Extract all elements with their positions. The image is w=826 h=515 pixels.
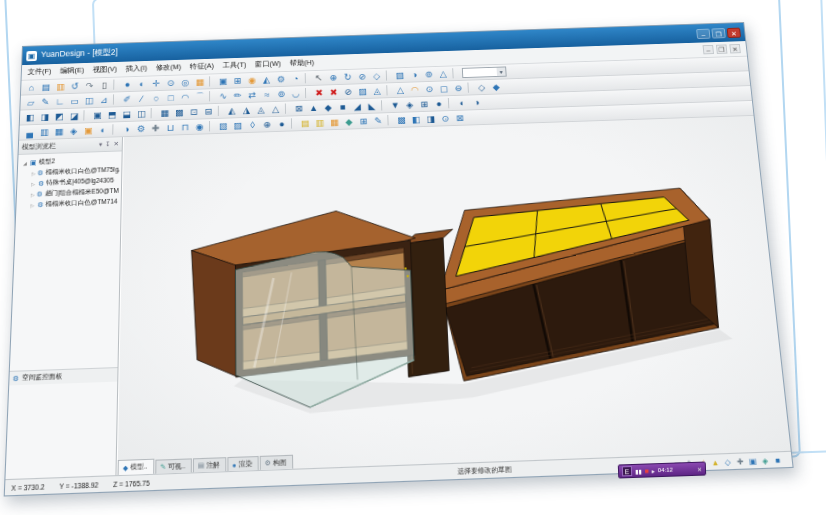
toolbar-icon[interactable]: ◉ [245,74,260,86]
menu-item[interactable]: 特征(A) [190,61,214,71]
pause-button[interactable]: ▮▮ [635,467,642,474]
toolbar-icon[interactable]: ▦ [157,106,172,119]
toolbar-icon[interactable]: ◇ [369,70,384,82]
toolbar-icon[interactable]: ▢ [436,82,451,95]
toolbar-icon[interactable]: ▱ [23,96,38,109]
toolbar-icon[interactable]: ↻ [340,71,355,83]
menu-item[interactable]: 文件(F) [27,67,51,77]
toolbar-icon[interactable]: ◣ [364,99,379,112]
toolbar-icon[interactable]: ⊖ [451,82,466,95]
toolbar-icon[interactable]: ▄ [22,126,37,139]
toolbar-icon[interactable]: ◧ [409,113,424,126]
toolbar-icon[interactable]: ⊘ [341,85,356,98]
toolbar-icon[interactable]: △ [268,103,283,116]
toolbar-icon[interactable]: ◭ [225,104,240,117]
toolbar-icon[interactable]: ▣ [746,454,759,468]
toolbar-icon[interactable]: ▣ [216,75,231,88]
mdi-restore-button[interactable]: ❐ [716,44,727,53]
mdi-minimize-button[interactable]: – [703,45,714,54]
play-button[interactable]: ▸ [652,467,655,474]
toolbar-icon[interactable]: ⊞ [230,74,245,86]
toolbar-icon[interactable]: ■ [771,453,784,467]
menu-item[interactable]: 帮助(H) [290,58,315,68]
toolbar-icon[interactable]: ⊞ [356,115,371,128]
toolbar-icon[interactable]: ✎ [371,114,386,127]
toolbar-icon[interactable]: ◈ [759,453,772,467]
document-tab[interactable]: ● 渲染 [227,456,258,471]
toolbar-icon[interactable]: ◑ [469,96,484,109]
toolbar-icon[interactable]: ⊿ [96,94,111,107]
toolbar-icon[interactable]: ▣ [81,124,96,137]
expander-icon[interactable]: ◢ [23,160,28,166]
expander-icon[interactable]: ▷ [30,202,35,208]
expander-icon[interactable]: ▷ [31,181,36,187]
toolbar-icon[interactable]: ■ [335,100,350,113]
toolbar-icon[interactable]: ⊕ [326,71,341,83]
toolbar-icon[interactable]: ⊞ [417,98,432,111]
menu-item[interactable]: 工具(T) [223,60,247,70]
document-tab[interactable]: ✎ 可视.. [155,458,192,473]
toolbar-icon[interactable]: ▯ [97,79,112,92]
toolbar-icon[interactable]: ✎ [38,95,53,108]
toolbar-icon[interactable]: ✛ [149,77,164,90]
toolbar-icon[interactable]: ◐ [96,123,111,136]
toolbar-icon[interactable]: ◠ [407,83,422,96]
toolbar-icon[interactable]: ⌂ [24,81,39,94]
toolbar-icon[interactable]: ◆ [342,115,357,128]
close-icon[interactable]: ✕ [697,465,702,472]
toolbar-icon[interactable]: ▦ [327,116,342,129]
toolbar-icon[interactable]: ▼ [388,99,403,112]
toolbar-icon[interactable]: ● [274,117,289,130]
toolbar-icon[interactable]: ◈ [402,98,417,111]
toolbar-icon[interactable]: ⊠ [452,111,467,124]
toolbar-icon[interactable]: ▩ [394,113,409,126]
toolbar-icon[interactable]: ✖ [326,86,341,99]
toolbar-icon[interactable]: ◧ [23,111,38,124]
toolbar-icon[interactable]: ⊓ [178,121,193,134]
toolbar-icon[interactable]: ◨ [37,110,52,123]
toolbar-icon[interactable]: ◊ [245,118,260,131]
toolbar-icon[interactable]: ◔ [288,72,303,84]
toolbar-icon[interactable]: ▨ [231,119,246,132]
toolbar-icon[interactable]: ∕ [134,92,149,105]
toolbar-icon[interactable]: ▥ [37,125,52,138]
toolbar-icon[interactable]: ✐ [120,93,135,106]
toolbar-icon[interactable]: ✏ [230,89,245,102]
toolbar-icon[interactable]: ▥ [312,116,327,129]
toolbar-icon[interactable]: ◉ [192,120,207,133]
toolbar-icon[interactable]: ● [120,78,135,91]
toolbar-icon[interactable]: ○ [149,92,164,105]
chevron-down-icon[interactable]: ▾ [497,67,506,76]
toolbar-icon[interactable]: ✚ [148,122,163,135]
mdi-close-button[interactable]: ✕ [729,44,741,53]
toolbar-icon[interactable]: ◡ [289,87,304,100]
toolbar-icon[interactable]: ▩ [172,106,187,119]
menu-item[interactable]: 插入(I) [126,64,147,74]
toolbar-icon[interactable]: ⌒ [193,90,208,103]
toolbar-icon[interactable]: ◇ [474,81,489,94]
toolbar-icon[interactable]: ● [431,97,446,110]
expander-icon[interactable]: ▷ [31,191,35,197]
toolbar-icon[interactable]: ⊟ [201,105,216,118]
3d-viewport[interactable]: ◆ 模型.. ✎ 可视.. ▤ 注解 [117,116,791,475]
toolbar-icon[interactable]: ◬ [370,84,385,97]
document-tab[interactable]: ◆ 模型.. [118,459,154,475]
toolbar-icon[interactable]: ◫ [134,107,149,120]
toolbar-icon[interactable]: ◎ [178,76,193,89]
toolbar-icon[interactable]: ▤ [298,117,313,130]
toolbar-icon[interactable]: ⊙ [438,112,453,125]
document-tab[interactable]: ⚙ 构图 [259,455,292,470]
toolbar-icon[interactable]: ▦ [193,75,208,88]
toolbar-icon[interactable]: ⊠ [292,102,307,115]
expander-icon[interactable]: ▷ [31,170,35,176]
toolbar-icon[interactable]: ◐ [135,77,150,90]
toolbar-icon[interactable]: ◪ [67,109,82,122]
toolbar-icon[interactable]: ▥ [53,80,68,93]
toolbar-icon[interactable]: ◆ [489,80,504,93]
toolbar-icon[interactable]: ◑ [119,123,134,136]
menu-item[interactable]: 编辑(E) [60,66,84,76]
toolbar-icon[interactable]: ◬ [254,103,269,116]
toolbar-icon[interactable]: △ [436,67,451,79]
toolbar-icon[interactable]: □ [163,91,178,104]
toolbar-icon[interactable]: ◈ [66,124,81,137]
